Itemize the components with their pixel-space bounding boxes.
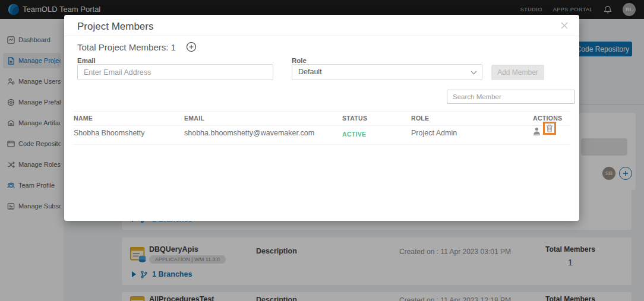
role-label: Role (292, 57, 307, 64)
modal-header-divider (64, 36, 579, 36)
column-header-actions: ACTIONS (533, 115, 562, 122)
role-selected-value: Default (298, 68, 322, 76)
change-owner-person-icon[interactable] (533, 127, 541, 135)
trash-icon (546, 124, 553, 132)
app-window: TeamOLD Team Portal STUDIO APPS PORTAL R… (0, 0, 644, 301)
table-header-divider (74, 125, 570, 126)
search-member-input[interactable] (447, 90, 575, 104)
chevron-down-icon (471, 71, 477, 75)
total-project-members-label: Total Project Members: (77, 42, 168, 52)
close-icon[interactable] (560, 21, 569, 30)
role-dropdown[interactable]: Default (292, 64, 482, 80)
column-header-status: STATUS (342, 115, 367, 122)
member-status-badge: ACTIVE (342, 131, 366, 138)
add-member-button[interactable]: Add Member (491, 65, 544, 80)
total-members-row: Total Project Members: 1 (77, 42, 176, 52)
email-label: Email (77, 57, 96, 64)
column-header-role: ROLE (411, 115, 429, 122)
member-email-cell: shobha.bhoomshetty@wavemaker.com (184, 129, 314, 137)
member-name-cell: Shobha Bhoomshetty (74, 129, 145, 137)
delete-action-highlight-box[interactable] (543, 122, 556, 135)
member-role-cell: Project Admin (411, 129, 457, 137)
total-project-members-value: 1 (171, 42, 176, 52)
project-members-modal: Project Members Total Project Members: 1… (64, 15, 579, 221)
column-header-email: EMAIL (184, 115, 204, 122)
add-member-plus-icon[interactable] (186, 42, 197, 52)
table-row-divider (74, 144, 570, 145)
email-field[interactable] (77, 64, 273, 80)
column-header-name: NAME (74, 115, 93, 122)
table-top-divider (74, 111, 570, 112)
modal-title: Project Members (77, 21, 153, 33)
